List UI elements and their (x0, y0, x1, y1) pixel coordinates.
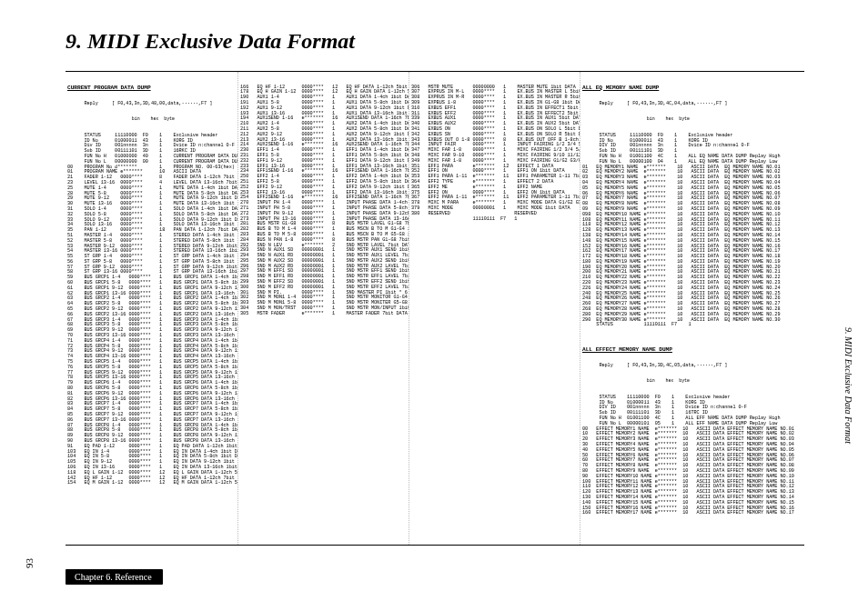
section-header-current-program: CURRENT PROGRAM DATA DUMP (67, 85, 236, 91)
column-4-effect-rows: STATUS 11110000 F0 1 Exclusive header ID… (582, 396, 802, 516)
section-header-all-eq-memory: ALL EQ MEMORY NAME DUMP (582, 85, 802, 91)
reply-line: Reply [ F0,43,3n,3D,4C,05,data,······,F7… (582, 364, 802, 369)
section-header-all-effect-memory: ALL EFFECT MEMORY NAME DUMP (582, 347, 802, 353)
page-title: 9. MIDI Exclusive Data Format (66, 29, 355, 54)
data-row: 11110111 F7 1 (411, 217, 578, 223)
data-row: 154 EQ M GAIN 1-12 0000**** 12 EQ M GAIN… (67, 481, 236, 486)
column-4-eq-rows: STATUS 11110000 F0 1 Exclusive header ID… (582, 134, 802, 328)
column-4: ALL EQ MEMORY NAME DUMP Reply [ F0,43,3n… (580, 72, 804, 545)
reply-line: Reply [ F0,43,3n,3D,48,00,data,······,F7… (67, 102, 236, 107)
page-number: 93 (24, 558, 35, 568)
data-row: STATUS 11110111 F7 1 (582, 323, 802, 328)
side-section-label: 9. MIDI Exclusive Data Format (843, 327, 853, 444)
column-headers: bin hex byte (582, 117, 802, 123)
column-1-rows: STATUS 11110000 F0 1 Exclusive header ID… (67, 134, 236, 486)
column-headers: bin hex byte (582, 379, 802, 385)
column-2: 166 EQ HF 1-12 0000**** 12 EQ HF DATA 1-… (238, 72, 409, 545)
column-headers: bin hex byte (67, 117, 236, 123)
column-1: CURRENT PROGRAM DATA DUMP Reply [ F0,43,… (66, 72, 238, 545)
reply-line: Reply [ F0,43,3n,3D,4C,04,data,······,F7… (582, 102, 802, 107)
column-3-rows: 306 MSTR MUTE 00000000 1 MASTER MUTE 1bi… (411, 85, 578, 223)
column-2-rows: 166 EQ HF 1-12 0000**** 12 EQ HF DATA 1-… (240, 85, 407, 317)
column-3: 306 MSTR MUTE 00000000 1 MASTER MUTE 1bi… (409, 72, 580, 545)
data-row: 160 EFFECT MEMORY17 NAME e******* 10 ASC… (582, 511, 802, 516)
chapter-tab: Chapter 6. Reference (66, 569, 163, 585)
data-row: 305 MSTR FADER e******* 1 MASTER FADER 7… (240, 312, 407, 317)
data-table-area: CURRENT PROGRAM DATA DUMP Reply [ F0,43,… (66, 71, 804, 546)
